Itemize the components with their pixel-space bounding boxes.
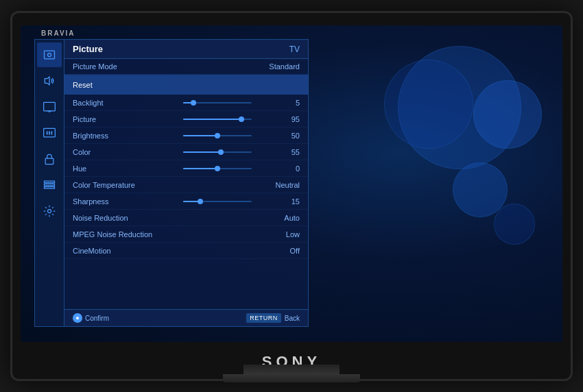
confirm-label: Confirm xyxy=(85,315,109,322)
reset-label: Reset xyxy=(73,81,93,89)
setting-label-2: Brightness xyxy=(73,132,155,140)
slider-fill-1 xyxy=(183,119,241,120)
sidebar-item-menu[interactable] xyxy=(37,173,62,197)
tv-screen: BRAVIA xyxy=(21,25,562,342)
picture-mode-label: Picture Mode xyxy=(73,62,117,71)
channel-icon xyxy=(43,126,56,140)
setting-label-9: CineMotion xyxy=(73,247,155,255)
setting-label-0: Backlight xyxy=(73,99,155,107)
slider-thumb-4[interactable] xyxy=(215,166,220,171)
setting-value-6: 15 xyxy=(279,197,300,206)
menu-container: Picture TV Picture Mode Standard Reset B… xyxy=(34,39,309,327)
sidebar-item-screen[interactable] xyxy=(37,95,62,119)
slider-track-2[interactable] xyxy=(183,135,252,136)
picture-mode-row[interactable]: Picture Mode Standard xyxy=(64,59,308,75)
circle-5 xyxy=(494,204,535,245)
slider-area-2 xyxy=(155,135,279,136)
slider-thumb-6[interactable] xyxy=(198,199,203,204)
slider-fill-2 xyxy=(183,135,217,136)
setting-row-2[interactable]: Brightness50 xyxy=(64,127,308,144)
svg-rect-0 xyxy=(45,51,55,59)
panel-header: Picture TV xyxy=(64,40,308,59)
slider-fill-3 xyxy=(183,151,221,153)
sound-icon xyxy=(43,74,56,88)
setting-label-1: Picture xyxy=(73,115,155,123)
setting-row-1[interactable]: Picture95 xyxy=(64,111,308,127)
picture-mode-value: Standard xyxy=(269,62,300,71)
setting-row-4[interactable]: Hue0 xyxy=(64,160,308,177)
settings-list: Backlight5Picture95Brightness50Color55Hu… xyxy=(64,95,308,309)
slider-thumb-0[interactable] xyxy=(191,100,196,106)
background-decoration xyxy=(329,25,562,342)
slider-track-0[interactable] xyxy=(183,102,252,103)
setting-value-9: Off xyxy=(279,247,300,255)
setting-label-3: Color xyxy=(73,148,155,156)
sidebar-item-sound[interactable] xyxy=(37,69,62,93)
sidebar-item-channel[interactable] xyxy=(37,121,62,145)
slider-track-3[interactable] xyxy=(183,151,252,153)
tv-stand xyxy=(223,365,360,382)
setting-label-8: MPEG Noise Reduction xyxy=(73,230,155,238)
setting-label-5: Color Temperature xyxy=(73,181,155,189)
setting-value-5: Neutral xyxy=(276,181,300,189)
svg-point-11 xyxy=(48,210,51,213)
slider-thumb-2[interactable] xyxy=(215,133,220,138)
setting-row-7[interactable]: Noise ReductionAuto xyxy=(64,210,308,226)
screen-icon xyxy=(43,100,56,114)
tv-outer: BRAVIA xyxy=(10,11,573,381)
sidebar-item-settings[interactable] xyxy=(37,199,62,223)
slider-thumb-3[interactable] xyxy=(218,149,224,155)
svg-rect-7 xyxy=(45,158,53,164)
confirm-icon: ● xyxy=(73,313,82,323)
circle-3 xyxy=(384,60,473,149)
svg-rect-9 xyxy=(45,184,55,186)
circle-2 xyxy=(473,80,542,149)
slider-area-3 xyxy=(155,151,279,153)
lock-icon xyxy=(43,152,56,166)
main-panel: Picture TV Picture Mode Standard Reset B… xyxy=(64,39,309,327)
svg-marker-2 xyxy=(45,77,49,85)
svg-rect-10 xyxy=(45,187,55,189)
setting-label-4: Hue xyxy=(73,164,155,173)
slider-thumb-1[interactable] xyxy=(239,117,244,122)
settings-icon xyxy=(43,204,56,218)
bravia-logo: BRAVIA xyxy=(41,29,75,37)
panel-source: TV xyxy=(289,45,300,54)
return-area[interactable]: RETURN Back xyxy=(246,313,300,323)
slider-area-4 xyxy=(155,168,279,169)
slider-fill-4 xyxy=(183,168,217,169)
menu-icon xyxy=(43,178,56,192)
setting-value-3: 55 xyxy=(279,148,300,156)
setting-value-2: 50 xyxy=(279,132,300,140)
slider-area-0 xyxy=(155,102,279,103)
picture-icon xyxy=(43,48,56,62)
slider-track-1[interactable] xyxy=(183,119,252,120)
setting-value-8: Low xyxy=(279,230,300,238)
panel-title: Picture xyxy=(73,44,103,54)
setting-row-8[interactable]: MPEG Noise ReductionLow xyxy=(64,226,308,243)
setting-value-4: 0 xyxy=(279,164,300,173)
confirm-hint: ● Confirm xyxy=(73,313,109,323)
setting-value-1: 95 xyxy=(279,115,300,123)
slider-track-6[interactable] xyxy=(183,201,252,202)
stand-neck xyxy=(243,365,340,374)
setting-row-3[interactable]: Color55 xyxy=(64,144,308,160)
setting-row-9[interactable]: CineMotionOff xyxy=(64,243,308,259)
setting-row-5[interactable]: Color TemperatureNeutral xyxy=(64,177,308,193)
setting-label-6: Sharpness xyxy=(73,197,155,206)
setting-value-7: Auto xyxy=(279,214,300,222)
stand-base xyxy=(223,374,360,382)
panel-footer: ● Confirm RETURN Back xyxy=(64,309,308,326)
back-text: Back xyxy=(285,315,300,322)
svg-point-1 xyxy=(48,53,51,57)
setting-row-6[interactable]: Sharpness15 xyxy=(64,193,308,210)
sidebar-item-picture[interactable] xyxy=(37,42,62,67)
reset-row[interactable]: Reset xyxy=(64,75,308,95)
sidebar-item-lock[interactable] xyxy=(37,147,62,171)
return-button[interactable]: RETURN xyxy=(246,313,281,323)
sidebar xyxy=(34,39,64,327)
slider-track-4[interactable] xyxy=(183,168,252,169)
slider-area-1 xyxy=(155,119,279,120)
setting-value-0: 5 xyxy=(279,99,300,107)
setting-row-0[interactable]: Backlight5 xyxy=(64,95,308,111)
